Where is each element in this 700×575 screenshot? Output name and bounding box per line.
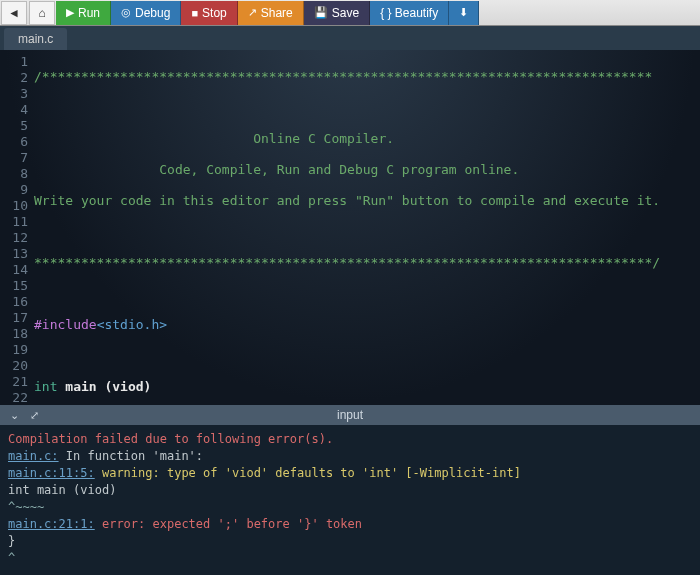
stop-icon: ■ — [191, 7, 198, 19]
debug-label: Debug — [135, 6, 170, 20]
output-warning: warning: type of 'viod' defaults to 'int… — [95, 466, 521, 480]
chevron-down-icon[interactable]: ⌄ — [10, 409, 19, 422]
output-text: int main (viod) — [8, 482, 692, 499]
save-icon: 💾 — [314, 6, 328, 19]
code-token: #include — [34, 317, 97, 332]
run-label: Run — [78, 6, 100, 20]
code-line: /***************************************… — [34, 69, 652, 84]
output-panel: Compilation failed due to following erro… — [0, 425, 700, 575]
input-label: input — [337, 408, 363, 422]
save-button[interactable]: 💾Save — [304, 1, 370, 25]
debug-button[interactable]: ◎Debug — [111, 1, 181, 25]
home-button[interactable]: ⌂ — [29, 1, 55, 25]
output-link[interactable]: main.c:21:1: — [8, 517, 95, 531]
input-panel-header[interactable]: ⌄ ⤢ input — [0, 405, 700, 425]
save-label: Save — [332, 6, 359, 20]
share-button[interactable]: ↗Share — [238, 1, 304, 25]
toolbar: ◄ ⌂ ▶Run ◎Debug ■Stop ↗Share 💾Save { } B… — [0, 0, 700, 26]
code-token: int — [34, 379, 57, 394]
output-caret: ^ — [8, 550, 692, 567]
share-icon: ↗ — [248, 6, 257, 19]
code-line: Online C Compiler. — [253, 131, 394, 146]
target-icon: ◎ — [121, 6, 131, 19]
output-text: In function 'main': — [59, 449, 204, 463]
output-text: } — [8, 533, 692, 550]
output-error: error: expected ';' before '}' token — [95, 517, 362, 531]
code-line: ****************************************… — [34, 255, 660, 270]
tab-row: main.c — [0, 26, 700, 50]
beautify-button[interactable]: { } Beautify — [370, 1, 449, 25]
code-area[interactable]: /***************************************… — [34, 50, 700, 405]
beautify-label: { } Beautify — [380, 6, 438, 20]
output-link[interactable]: main.c:11:5: — [8, 466, 95, 480]
compile-error-header: Compilation failed due to following erro… — [8, 431, 692, 448]
run-button[interactable]: ▶Run — [56, 1, 111, 25]
stop-label: Stop — [202, 6, 227, 20]
tab-main-c[interactable]: main.c — [4, 28, 67, 50]
code-line: Code, Compile, Run and Debug C program o… — [159, 162, 519, 177]
output-caret: ^~~~~ — [8, 499, 692, 516]
code-editor[interactable]: 12345678910111213141516171819202122 /***… — [0, 50, 700, 405]
back-button[interactable]: ◄ — [1, 1, 27, 25]
play-icon: ▶ — [66, 6, 74, 19]
code-token: main (viod) — [57, 379, 151, 394]
line-gutter: 12345678910111213141516171819202122 — [0, 50, 34, 405]
expand-icon[interactable]: ⤢ — [30, 409, 39, 422]
output-link[interactable]: main.c: — [8, 449, 59, 463]
code-token: <stdio.h> — [97, 317, 167, 332]
share-label: Share — [261, 6, 293, 20]
download-button[interactable]: ⬇ — [449, 1, 479, 25]
code-line: Write your code in this editor and press… — [34, 193, 660, 208]
download-icon: ⬇ — [459, 6, 468, 19]
stop-button[interactable]: ■Stop — [181, 1, 237, 25]
